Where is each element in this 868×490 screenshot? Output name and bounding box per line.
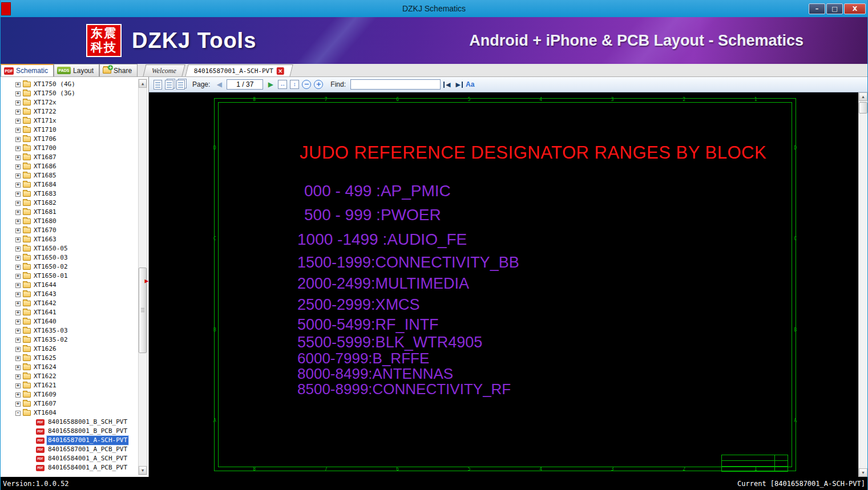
expander-icon[interactable] [15,383,21,388]
tree-folder-item[interactable]: XT1650-01 [1,272,148,281]
viewer-scrollbar[interactable] [858,92,867,477]
tree-folder-item[interactable]: XT1625 [1,354,148,363]
page-number-input[interactable] [227,79,263,90]
minimize-button[interactable]: – [809,3,825,14]
tree-folder-item[interactable]: XT1670 [1,226,148,235]
tree-folder-item[interactable]: XT1626 [1,345,148,354]
scroll-down-icon[interactable] [139,466,147,475]
expander-icon[interactable] [15,146,21,151]
tree-folder-item[interactable]: XT1722 [1,107,148,116]
schematic-file-item[interactable]: PDF 84016587001_A_PCB_PVT [1,445,148,454]
tab-share[interactable]: Share [99,64,138,76]
facing-pages-view-icon[interactable] [165,80,173,90]
zoom-in-icon[interactable] [314,80,323,89]
expander-icon[interactable] [15,347,21,352]
schematic-viewport[interactable]: 87654321 87654321 DCBA DCBA JUDO REFEREN… [149,92,867,477]
expander-icon[interactable] [15,265,21,270]
fit-width-icon[interactable] [278,80,287,89]
tree-folder-item[interactable]: XT1609 [1,390,148,399]
scroll-up-icon[interactable] [859,92,867,101]
expander-icon[interactable] [15,228,21,233]
tree-folder-item[interactable]: XT1635-03 [1,326,148,335]
expander-icon[interactable] [15,365,21,370]
expander-icon[interactable] [15,210,21,215]
tree-folder-item[interactable]: XT1700 [1,144,148,153]
schematic-file-item[interactable]: PDF 84016588001_B_SCH_PVT [1,418,148,427]
expander-icon[interactable] [15,201,21,206]
model-tree-panel[interactable]: XT1750 (4G) XT1750 (3G) XT172x [1,77,149,477]
tree-folder-item[interactable]: XT1750 (4G) [1,80,148,89]
tree-folder-item[interactable]: XT1640 [1,317,148,326]
tree-folder-item[interactable]: XT171x [1,116,148,125]
expander-icon[interactable] [15,155,21,160]
tab-document[interactable]: 84016587001_A-SCH-PVT [185,64,293,76]
tree-folder-item[interactable]: XT1621 [1,381,148,390]
expander-icon[interactable] [15,82,21,87]
expander-icon[interactable] [15,110,21,115]
expander-icon[interactable] [15,256,21,261]
tab-layout[interactable]: PADS Layout [54,64,99,76]
tree-folder-item[interactable]: XT1684 [1,180,148,189]
scroll-up-icon[interactable] [139,79,147,88]
expander-icon[interactable] [15,283,21,288]
schematic-file-item[interactable]: PDF 84016588001_B_PCB_PVT [1,427,148,436]
continuous-view-icon[interactable] [176,80,185,90]
tree-folder-item[interactable]: XT1686 [1,162,148,171]
window-titlebar[interactable]: DZKJ Schematics – □ X [1,0,867,17]
expander-icon[interactable] [15,338,21,343]
expander-icon[interactable] [15,119,21,124]
expander-icon[interactable] [15,164,21,169]
text-size-icon[interactable] [466,81,474,88]
tree-folder-item[interactable]: XT1683 [1,189,148,199]
tree-folder-item[interactable]: XT1650-03 [1,253,148,262]
find-previous-icon[interactable] [443,82,451,88]
tree-folder-item[interactable]: XT1624 [1,363,148,372]
tree-folder-item[interactable]: XT1680 [1,217,148,226]
expander-icon[interactable] [15,246,21,252]
schematic-file-item[interactable]: PDF 84016584001_A_PCB_PVT [1,463,148,472]
expander-icon[interactable] [15,411,21,416]
tree-folder-item[interactable]: XT1706 [1,135,148,144]
tree-folder-item[interactable]: XT1635-02 [1,335,148,345]
tree-folder-item[interactable]: XT1650-05 [1,244,148,253]
expander-icon[interactable] [15,100,21,106]
expander-icon[interactable] [15,319,21,325]
close-tab-icon[interactable] [277,67,284,75]
expander-icon[interactable] [15,219,21,224]
tree-folder-item[interactable]: XT1681 [1,208,148,217]
tree-folder-item[interactable]: XT1650-02 [1,262,148,272]
tree-folder-item[interactable]: XT1663 [1,235,148,244]
scrollbar-thumb[interactable] [859,102,867,114]
tree-folder-item[interactable]: XT1607 [1,399,148,408]
find-next-icon[interactable] [455,82,463,88]
tab-welcome[interactable]: Welcome [143,64,185,76]
expander-icon[interactable] [15,392,21,398]
tab-schematic[interactable]: PDF Schematic [1,64,54,76]
expander-icon[interactable] [15,173,21,179]
tree-folder-item[interactable]: XT1687 [1,153,148,162]
fit-page-icon[interactable] [290,80,299,89]
tree-folder-item[interactable]: XT1604 [1,408,148,418]
panel-collapse-icon[interactable] [144,278,148,284]
maximize-button[interactable]: □ [826,3,843,14]
tree-folder-item[interactable]: XT1641 [1,308,148,317]
zoom-out-icon[interactable] [302,80,311,89]
next-page-button[interactable] [266,81,275,88]
expander-icon[interactable] [15,91,21,96]
close-button[interactable]: X [844,3,866,14]
expander-icon[interactable] [15,301,21,306]
find-input[interactable] [350,79,441,90]
expander-icon[interactable] [15,237,21,242]
tree-folder-item[interactable]: XT1685 [1,171,148,180]
expander-icon[interactable] [15,402,21,407]
scroll-down-icon[interactable] [859,468,867,477]
expander-icon[interactable] [15,128,21,133]
tree-folder-item[interactable]: XT1642 [1,299,148,308]
tree-folder-item[interactable]: XT1750 (3G) [1,89,148,98]
expander-icon[interactable] [15,292,21,297]
tree-folder-item[interactable]: XT1710 [1,125,148,135]
single-page-view-icon[interactable] [154,80,162,90]
expander-icon[interactable] [15,374,21,379]
tree-folder-item[interactable]: XT1644 [1,281,148,290]
previous-page-button[interactable] [215,81,224,88]
